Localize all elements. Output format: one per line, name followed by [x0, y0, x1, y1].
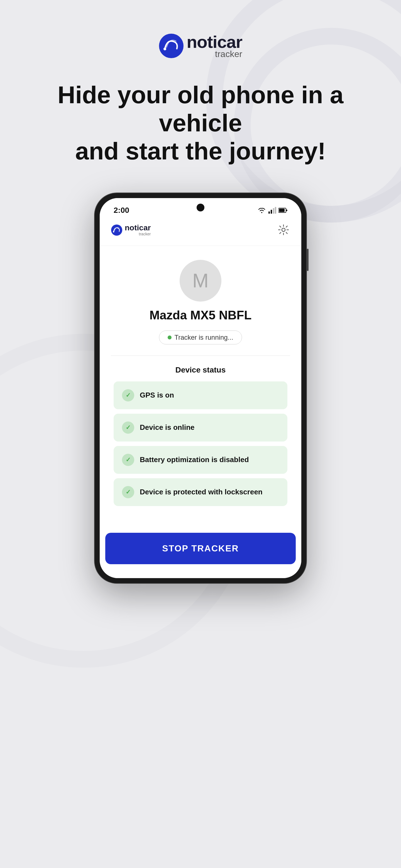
status-item-lockscreen: ✓ Device is protected with lockscreen [114, 478, 287, 506]
app-logo-tracker: tracker [125, 232, 151, 236]
noticar-logo-icon [159, 33, 184, 58]
app-logo-noticar: noticar [125, 224, 151, 232]
tracker-status-text: Tracker is running... [174, 334, 233, 341]
status-dot [168, 336, 172, 339]
svg-rect-4 [271, 210, 272, 214]
check-mark-lockscreen: ✓ [125, 489, 131, 496]
svg-point-2 [261, 212, 262, 213]
status-item-online-text: Device is online [140, 423, 195, 432]
status-time: 2:00 [114, 206, 129, 215]
logo-tracker-text: tracker [187, 50, 242, 58]
status-item-online: ✓ Device is online [114, 414, 287, 441]
app-logo-text: noticar tracker [125, 224, 151, 236]
app-header: noticar tracker [100, 218, 301, 246]
svg-rect-8 [279, 209, 285, 212]
avatar-letter: M [193, 270, 208, 292]
svg-rect-3 [268, 211, 270, 214]
stop-tracker-container: STOP TRACKER [100, 524, 301, 578]
settings-button[interactable] [277, 223, 290, 237]
top-logo: noticar tracker [159, 33, 242, 58]
svg-point-9 [111, 224, 122, 236]
svg-rect-5 [273, 208, 274, 214]
page-content: noticar tracker Hide your old phone in a… [0, 0, 401, 583]
svg-point-0 [159, 34, 183, 58]
camera-notch [197, 204, 204, 211]
app-logo: noticar tracker [111, 224, 151, 236]
tracker-status-container: Tracker is running... [111, 331, 290, 344]
status-item-battery-text: Battery optimization is disabled [140, 456, 249, 464]
status-item-battery: ✓ Battery optimization is disabled [114, 446, 287, 474]
svg-rect-6 [275, 207, 276, 214]
wifi-icon [257, 207, 266, 214]
logo-text: noticar tracker [187, 33, 242, 58]
status-icons [257, 207, 287, 214]
device-status-title: Device status [114, 366, 287, 374]
avatar-section: M Mazda MX5 NBFL [111, 260, 290, 322]
check-circle-online: ✓ [122, 422, 134, 434]
check-mark-battery: ✓ [125, 456, 131, 464]
stop-tracker-button[interactable]: STOP TRACKER [105, 533, 296, 564]
check-mark-online: ✓ [125, 424, 131, 431]
phone-screen: 2:00 [100, 198, 301, 578]
gear-icon [278, 224, 289, 235]
hero-text: Hide your old phone in a vehicle and sta… [47, 81, 354, 165]
check-mark-gps: ✓ [125, 392, 131, 399]
device-status-section: Device status ✓ GPS is on ✓ Device is o [111, 366, 290, 506]
status-item-gps-text: GPS is on [140, 391, 174, 400]
status-item-gps: ✓ GPS is on [114, 381, 287, 409]
phone-container: 2:00 [0, 193, 401, 583]
svg-point-11 [282, 228, 285, 231]
svg-point-1 [164, 48, 166, 50]
battery-icon [279, 208, 287, 213]
signal-icon [268, 207, 276, 214]
check-circle-battery: ✓ [122, 454, 134, 466]
phone-side-button [307, 249, 309, 271]
check-circle-lockscreen: ✓ [122, 486, 134, 498]
logo-noticar-text: noticar [187, 33, 242, 51]
avatar: M [180, 260, 221, 302]
status-item-lockscreen-text: Device is protected with lockscreen [140, 488, 263, 496]
tracker-status-badge: Tracker is running... [159, 331, 242, 344]
app-body: M Mazda MX5 NBFL Tracker is running... [100, 246, 301, 524]
status-bar: 2:00 [100, 198, 301, 218]
vehicle-name: Mazda MX5 NBFL [149, 308, 252, 322]
phone-frame: 2:00 [95, 193, 306, 583]
check-circle-gps: ✓ [122, 389, 134, 401]
section-divider [111, 355, 290, 356]
app-logo-icon [111, 224, 122, 236]
svg-point-10 [113, 231, 114, 232]
